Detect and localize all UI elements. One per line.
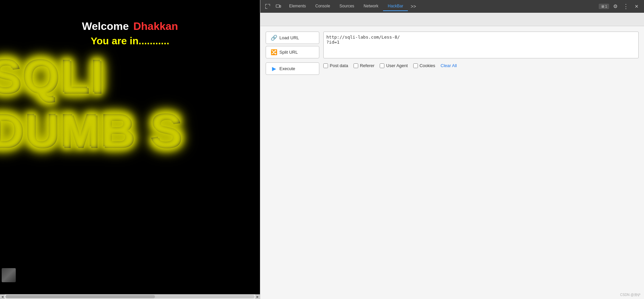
badge-count: 1 [605,4,607,8]
hackbar-buttons: 🔗 Load URL 🔀 Split URL ▶ Execute [266,32,319,75]
cursor-tool-btn[interactable] [263,2,272,11]
welcome-label: Welcome [82,20,129,32]
load-url-button[interactable]: 🔗 Load URL [266,32,319,44]
scrollbar-track[interactable] [5,295,255,298]
url-textarea[interactable]: http://sqli-labs.com/Less-8/ ?id=1 [323,32,639,58]
tab-network[interactable]: Network [359,2,383,11]
post-data-label: Post data [330,63,348,68]
webpage-panel: Welcome Dhakkan You are in........... SQ… [0,0,260,299]
devtools-tabs: Elements Console Sources Network HackBar… [284,2,597,11]
small-thumbnail [2,268,16,282]
horizontal-scrollbar[interactable]: ◀ ▶ [0,294,260,299]
user-agent-checkbox[interactable] [380,63,384,68]
close-icon: ✕ [635,4,639,9]
welcome-line: Welcome Dhakkan [82,20,178,33]
settings-btn[interactable]: ⚙ [610,2,620,11]
execute-icon: ▶ [271,65,277,72]
tab-console[interactable]: Console [311,2,335,11]
hackbar-main: 🔗 Load URL 🔀 Split URL ▶ Execute http://… [266,32,639,75]
welcome-area: Welcome Dhakkan You are in........... [82,20,178,47]
user-agent-group[interactable]: User Agent [380,63,408,68]
cookies-label: Cookies [420,63,435,68]
execute-label: Execute [279,66,295,71]
devtools-topbar: Elements Console Sources Network HackBar… [260,0,644,13]
svg-rect-3 [270,4,270,6]
scroll-right-arrow[interactable]: ▶ [255,294,260,299]
clear-all-button[interactable]: Clear All [441,63,457,68]
more-options-btn[interactable]: ⋮ [621,2,631,11]
hackbar-strip [260,13,644,26]
referer-group[interactable]: Referer [354,63,374,68]
cookies-group[interactable]: Cookies [413,63,435,68]
load-url-label: Load URL [279,35,299,40]
scrollbar-thumb[interactable] [5,295,155,298]
post-data-group[interactable]: Post data [323,63,348,68]
user-agent-label: User Agent [386,63,408,68]
username-label: Dhakkan [133,20,178,32]
svg-rect-5 [265,8,267,9]
svg-rect-6 [276,5,279,7]
split-url-button[interactable]: 🔀 Split URL [266,46,319,58]
scroll-left-arrow[interactable]: ◀ [0,294,5,299]
split-url-label: Split URL [279,50,298,55]
svg-rect-1 [265,4,266,6]
cookies-checkbox[interactable] [413,63,418,68]
devtools-badge: 🖥 1 [599,4,609,9]
load-url-icon: 🔗 [271,35,277,41]
split-url-icon: 🔀 [271,49,277,55]
tab-sources[interactable]: Sources [335,2,359,11]
more-icon: ⋮ [623,3,629,10]
execute-row: ▶ Execute [266,62,319,75]
post-data-checkbox[interactable] [323,63,328,68]
gear-icon: ⚙ [613,3,618,9]
csdn-watermark: CSDN @滑铲 [620,293,641,297]
svg-rect-7 [280,5,281,7]
tab-elements[interactable]: Elements [284,2,311,11]
referer-checkbox[interactable] [354,63,358,68]
hackbar-options: Post data Referer User Agent Cookies C [323,63,639,68]
close-devtools-btn[interactable]: ✕ [632,2,641,11]
execute-button[interactable]: ▶ Execute [266,62,319,75]
tab-hackbar[interactable]: HackBar [383,2,408,11]
hackbar-url-area: http://sqli-labs.com/Less-8/ ?id=1 Post … [323,32,639,68]
devtools-panel: Elements Console Sources Network HackBar… [260,0,644,299]
device-toolbar-btn[interactable] [274,2,283,11]
hackbar-content: 🔗 Load URL 🔀 Split URL ▶ Execute http://… [260,13,644,299]
subtitle-label: You are in........... [82,35,178,47]
referer-label: Referer [360,63,374,68]
tab-more[interactable]: >> [408,2,419,11]
devtools-right-icons: 🖥 1 ⚙ ⋮ ✕ [599,2,641,11]
sqli-title: SQLI DUMB S [0,49,260,158]
